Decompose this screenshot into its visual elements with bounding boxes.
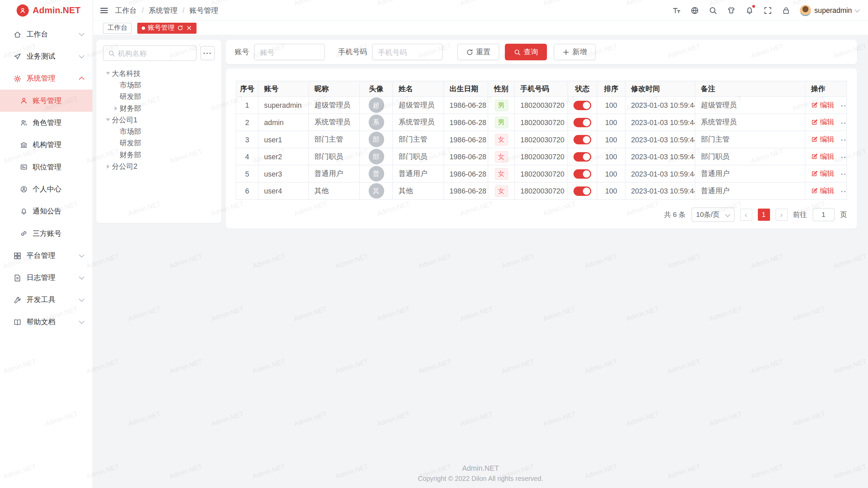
fullscreen-icon[interactable] [764,6,772,15]
globe-icon[interactable] [690,6,699,15]
close-icon[interactable] [186,25,192,31]
row-more-button[interactable]: ··· [841,119,847,127]
sidebar-item-third-party-account[interactable]: 三方账号 [0,222,93,244]
sidebar-item-role-management[interactable]: 角色管理 [0,112,93,134]
right-column: 账号 手机号码 重置 查询 新增 [226,40,857,229]
next-page-button[interactable]: › [775,209,788,221]
tree-node[interactable]: 市场部 [103,79,215,90]
sidebar-item-workbench[interactable]: 工作台 [0,23,93,45]
caret-spacer [112,151,120,159]
link-icon [20,230,28,238]
menu-collapse-button[interactable] [100,6,108,15]
bank-icon [20,141,28,149]
column-header: 序号 [236,81,258,97]
font-size-icon[interactable] [672,6,681,15]
status-toggle[interactable] [573,186,591,196]
breadcrumb-item[interactable]: 账号管理 [177,5,218,15]
sidebar-item-org-management[interactable]: 机构管理 [0,134,93,156]
tree-node[interactable]: 分公司2 [103,160,215,172]
reset-button[interactable]: 重置 [457,44,499,60]
cell-account: admin [258,114,309,131]
edit-button[interactable]: 编辑 [811,135,834,144]
caret-right-icon[interactable] [104,162,112,170]
app-logo[interactable]: Admin.NET [0,0,93,21]
account-input[interactable] [254,44,325,60]
org-more-button[interactable]: ··· [200,46,215,60]
breadcrumb-item[interactable]: 系统管理 [137,5,177,15]
caret-right-icon[interactable] [112,104,120,112]
current-page-button[interactable]: 1 [757,209,770,221]
sidebar-item-label: 帮助文档 [26,317,75,327]
tree-node[interactable]: 分公司1 [103,114,215,125]
row-more-button[interactable]: ··· [841,136,847,144]
lock-icon[interactable] [782,6,790,15]
status-toggle[interactable] [573,135,591,144]
prev-page-button[interactable]: ‹ [740,209,752,221]
tab-label: 账号管理 [148,23,174,33]
add-button[interactable]: 新增 [554,44,596,60]
user-menu[interactable]: superadmin [800,5,859,16]
edit-button[interactable]: 编辑 [811,186,834,196]
tree-node[interactable]: 财务部 [103,149,215,160]
column-header: 操作 [805,81,847,97]
tree-node[interactable]: 研发部 [103,91,215,102]
cell-remark: 部门主管 [695,131,805,148]
cell-ops: 编辑··· [805,165,847,182]
tab-account-management[interactable]: 账号管理 [137,22,197,34]
cell-index: 2 [236,114,258,131]
sidebar-item-profile-center[interactable]: 个人中心 [0,178,93,200]
caret-down-icon[interactable] [104,69,112,77]
sidebar-item-platform-management[interactable]: 平台管理 [0,245,93,267]
sidebar-item-system-management[interactable]: 系统管理 [0,67,93,89]
status-toggle[interactable] [573,100,591,110]
row-more-button[interactable]: ··· [841,102,847,110]
tree-node[interactable]: 大名科技 [103,67,215,79]
search-icon[interactable] [709,6,717,15]
sidebar-item-business-test[interactable]: 业务测试 [0,45,93,67]
sidebar-item-notice[interactable]: 通知公告 [0,200,93,222]
gender-badge: 男 [495,117,508,128]
breadcrumb-item[interactable]: 工作台 [115,5,137,15]
caret-down-icon[interactable] [104,116,112,124]
cell-status [568,165,597,182]
cell-nickname: 其他 [309,182,359,200]
sidebar-item-post-management[interactable]: 职位管理 [0,156,93,178]
tree-node[interactable]: 市场部 [103,126,215,137]
org-search-input[interactable] [118,49,192,57]
status-toggle[interactable] [573,169,591,179]
status-toggle[interactable] [573,152,591,161]
edit-button[interactable]: 编辑 [811,117,834,127]
edit-label: 编辑 [820,186,834,196]
edit-button[interactable]: 编辑 [811,151,834,161]
edit-label: 编辑 [820,151,834,161]
goto-page-input[interactable] [812,208,834,221]
sidebar-item-account-management[interactable]: 账号管理 [0,89,93,111]
search-button[interactable]: 查询 [505,44,547,60]
sidebar-item-help-docs[interactable]: 帮助文档 [0,311,93,333]
cell-modified: 2023-01-03 10:59:44 [625,165,695,182]
filter-bar: 账号 手机号码 重置 查询 新增 [226,40,857,64]
sidebar-item-label: 业务测试 [26,52,75,61]
tab-workbench[interactable]: 工作台 [103,22,132,34]
sidebar-item-dev-tools[interactable]: 开发工具 [0,289,93,311]
status-toggle[interactable] [573,118,591,127]
row-more-button[interactable]: ··· [841,187,847,196]
refresh-icon[interactable] [177,25,183,31]
theme-icon[interactable] [727,6,736,15]
row-more-button[interactable]: ··· [841,170,847,179]
notification-icon[interactable] [745,6,754,15]
cell-index: 3 [236,131,258,148]
phone-input[interactable] [372,44,443,60]
edit-button[interactable]: 编辑 [811,100,834,110]
gear-icon [13,75,21,83]
page-size-select[interactable]: 10条/页 [691,207,734,222]
cell-name: 超级管理员 [393,97,443,114]
search-icon [108,49,115,57]
edit-button[interactable]: 编辑 [811,169,834,179]
row-more-button[interactable]: ··· [841,153,847,161]
sidebar-item-log-management[interactable]: 日志管理 [0,267,93,289]
tree-node[interactable]: 财务部 [103,102,215,114]
bell-icon [20,207,28,215]
cell-remark: 部门职员 [695,148,805,165]
tree-node[interactable]: 研发部 [103,137,215,149]
